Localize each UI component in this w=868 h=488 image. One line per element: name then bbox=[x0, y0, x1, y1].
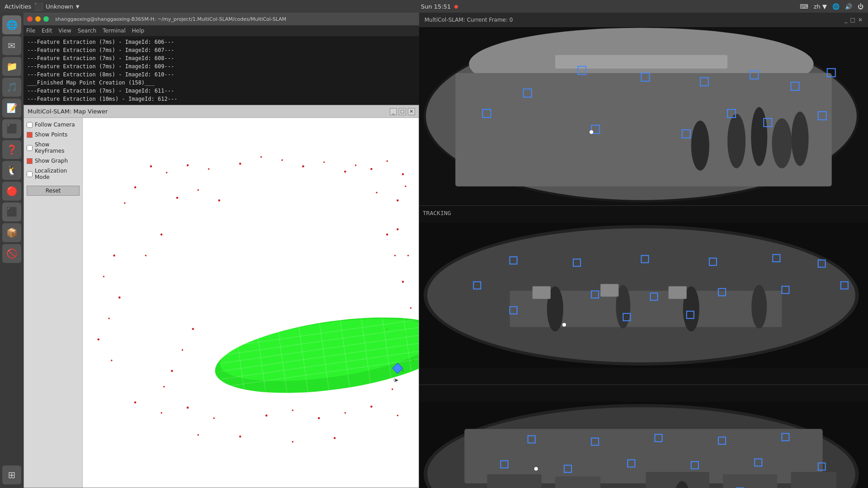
svg-point-104 bbox=[590, 130, 593, 134]
sidebar-item-terminal2[interactable]: ⬛ bbox=[2, 202, 21, 221]
follow-camera-control[interactable]: Follow Camera bbox=[27, 122, 80, 128]
svg-point-6 bbox=[355, 164, 356, 166]
app-icon-top: ⬛ bbox=[34, 2, 43, 11]
map-viewer-min-btn[interactable]: _ bbox=[390, 108, 397, 115]
terminal-menu-edit[interactable]: Edit bbox=[42, 28, 52, 34]
svg-point-14 bbox=[260, 156, 262, 158]
right-panel: MultiCol-SLAM: Current Frame: 0 _ □ ✕ bbox=[419, 13, 868, 488]
show-graph-control[interactable]: Show Graph bbox=[27, 158, 80, 164]
sidebar-item-files[interactable]: 📁 bbox=[2, 57, 21, 76]
svg-point-13 bbox=[150, 165, 152, 168]
sidebar-item-help[interactable]: ❓ bbox=[2, 140, 21, 159]
camera-view-3: https://blog.csdn.net/static_eye bbox=[419, 385, 868, 488]
svg-point-25 bbox=[118, 296, 121, 299]
svg-point-59 bbox=[334, 437, 336, 439]
svg-point-47 bbox=[370, 406, 373, 408]
map-viewer-title: MultiCol-SLAM: Map Viewer bbox=[28, 108, 108, 115]
terminal-min-btn[interactable] bbox=[35, 16, 41, 22]
show-keyframes-control[interactable]: Show KeyFrames bbox=[27, 141, 80, 154]
svg-point-112 bbox=[751, 285, 767, 328]
svg-rect-140 bbox=[791, 472, 836, 488]
svg-rect-113 bbox=[533, 286, 551, 299]
svg-point-20 bbox=[405, 186, 406, 187]
terminal-menu-view[interactable]: View bbox=[58, 28, 71, 34]
map-canvas-area[interactable]: ⟨▶ bbox=[83, 118, 419, 488]
sidebar-item-browser[interactable]: 🌐 bbox=[2, 15, 21, 34]
map-viewer-close-btn[interactable]: ✕ bbox=[408, 108, 415, 115]
slam-close-btn[interactable]: ✕ bbox=[858, 17, 863, 23]
svg-point-9 bbox=[402, 173, 404, 175]
terminal-line-7: ---Feature Extraction (7ms) - ImageId: 6… bbox=[27, 87, 415, 95]
svg-rect-137 bbox=[555, 477, 600, 488]
terminal-menu-file[interactable]: File bbox=[26, 28, 35, 34]
volume-icon[interactable]: 🔊 bbox=[845, 3, 852, 10]
left-sidebar: 🌐 ✉ 📁 🎵 📝 ⬛ ❓ 🐧 🔴 ⬛ 📦 🚫 ⊞ bbox=[0, 13, 24, 488]
svg-point-28 bbox=[111, 360, 112, 361]
keyboard-icon[interactable]: ⌨ bbox=[800, 3, 808, 10]
tracking-overlay: TRACKING bbox=[423, 210, 451, 216]
sidebar-item-music[interactable]: 🎵 bbox=[2, 78, 21, 97]
svg-point-32 bbox=[410, 307, 411, 309]
network-icon[interactable]: 🌐 bbox=[832, 3, 840, 10]
terminal-menu-search[interactable]: Search bbox=[78, 28, 96, 34]
sidebar-item-app2[interactable]: 📦 bbox=[2, 223, 21, 242]
svg-point-23 bbox=[113, 254, 115, 257]
show-points-control[interactable]: Show Points bbox=[27, 131, 80, 138]
svg-point-45 bbox=[318, 417, 320, 419]
app-name[interactable]: Unknown bbox=[46, 3, 73, 10]
terminal-body: ---Feature Extraction (7ms) - ImageId: 6… bbox=[24, 36, 419, 105]
svg-point-46 bbox=[344, 412, 346, 413]
sidebar-item-mail[interactable]: ✉ bbox=[2, 36, 21, 55]
map-svg: ⟨▶ bbox=[83, 118, 419, 488]
svg-rect-115 bbox=[669, 286, 687, 299]
slam-title: MultiCol-SLAM: Current Frame: 0 bbox=[425, 17, 513, 23]
show-keyframes-checkbox[interactable] bbox=[27, 145, 33, 151]
localization-mode-checkbox[interactable] bbox=[27, 171, 33, 177]
svg-point-36 bbox=[386, 234, 388, 236]
language-selector[interactable]: zh ▼ bbox=[814, 3, 827, 10]
svg-point-38 bbox=[394, 255, 396, 256]
terminal-menu-terminal[interactable]: Terminal bbox=[103, 28, 126, 34]
sidebar-item-app3[interactable]: 🚫 bbox=[2, 244, 21, 263]
svg-point-31 bbox=[402, 281, 404, 283]
terminal-line-1: ---Feature Extraction (7ms) - ImageId: 6… bbox=[27, 38, 415, 46]
svg-point-21 bbox=[134, 186, 137, 188]
map-viewer-max-btn[interactable]: □ bbox=[399, 108, 406, 115]
main-content: shanggaoxing@shanggaoxing-B365M-H: ~/my_… bbox=[24, 13, 868, 488]
time-display: Sun 15:51 bbox=[421, 3, 451, 10]
svg-point-19 bbox=[396, 199, 399, 202]
sidebar-item-app1[interactable]: 🔴 bbox=[2, 182, 21, 201]
localization-mode-control[interactable]: Localization Mode bbox=[27, 168, 80, 180]
map-reset-button[interactable]: Reset bbox=[27, 186, 80, 196]
terminal-close-btn[interactable] bbox=[27, 16, 33, 22]
svg-point-51 bbox=[171, 370, 173, 372]
sidebar-item-penguin[interactable]: 🐧 bbox=[2, 161, 21, 180]
svg-point-50 bbox=[182, 349, 183, 351]
terminal-max-btn[interactable] bbox=[43, 16, 49, 22]
svg-point-8 bbox=[387, 160, 388, 162]
terminal-menu: File Edit View Search Terminal Help bbox=[24, 25, 419, 36]
slam-min-btn[interactable]: _ bbox=[845, 17, 848, 23]
top-bar-left: Activities ⬛ Unknown ▼ bbox=[5, 2, 79, 11]
svg-point-2 bbox=[281, 159, 283, 160]
recording-dot bbox=[454, 5, 458, 9]
svg-point-49 bbox=[192, 328, 194, 330]
sidebar-item-apps-grid[interactable]: ⊞ bbox=[2, 465, 21, 484]
slam-max-btn[interactable]: □ bbox=[850, 17, 855, 23]
follow-camera-checkbox[interactable] bbox=[27, 122, 33, 128]
svg-point-88 bbox=[791, 112, 808, 166]
svg-point-27 bbox=[98, 338, 100, 341]
activities-label[interactable]: Activities bbox=[5, 3, 31, 10]
svg-point-42 bbox=[213, 418, 214, 419]
svg-point-1 bbox=[239, 163, 241, 165]
svg-point-131 bbox=[562, 323, 566, 327]
sidebar-item-terminal[interactable]: ⬛ bbox=[2, 119, 21, 138]
power-icon[interactable]: ⏻ bbox=[858, 3, 863, 10]
svg-point-52 bbox=[163, 386, 165, 387]
svg-point-89 bbox=[691, 121, 709, 170]
sidebar-item-code[interactable]: 📝 bbox=[2, 99, 21, 117]
svg-point-48 bbox=[397, 415, 398, 416]
terminal-line-4: ---Feature Extraction (7ms) - ImageId: 6… bbox=[27, 62, 415, 70]
terminal-menu-help[interactable]: Help bbox=[132, 28, 144, 34]
map-viewer-body: Follow Camera Show Points Show KeyFrames… bbox=[24, 118, 419, 488]
